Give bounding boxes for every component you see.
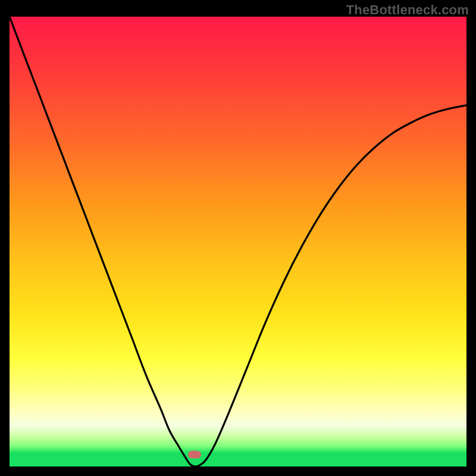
optimum-marker [188, 450, 201, 458]
watermark-text: TheBottleneck.com [346, 2, 469, 18]
chart-frame: TheBottleneck.com [0, 0, 476, 476]
bottleneck-curve [10, 17, 466, 466]
plot-area [10, 17, 466, 466]
